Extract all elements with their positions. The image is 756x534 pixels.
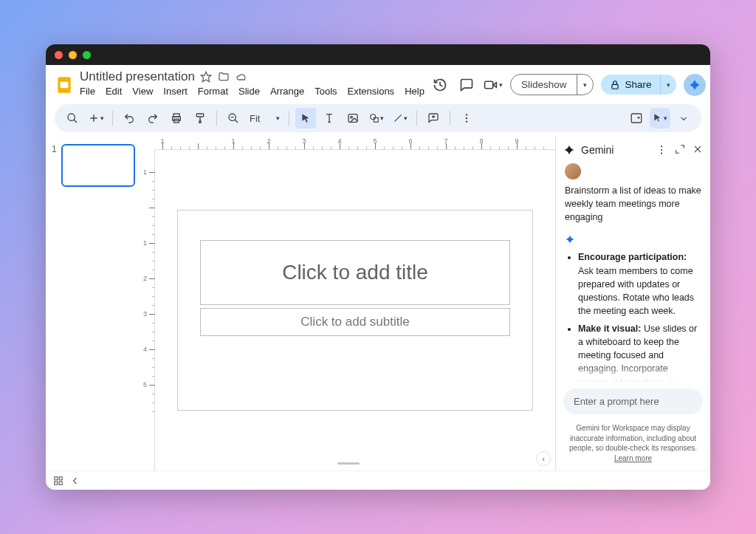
slide-number: 1 xyxy=(52,144,57,187)
hide-menus-button[interactable] xyxy=(673,108,694,129)
minimize-window-button[interactable] xyxy=(69,51,77,59)
select-tool[interactable] xyxy=(295,108,316,129)
title-placeholder[interactable]: Click to add title xyxy=(200,240,510,305)
svg-point-29 xyxy=(661,153,662,154)
user-prompt-text: Brainstorm a list of ideas to make weekl… xyxy=(565,184,701,224)
close-window-button[interactable] xyxy=(55,51,63,59)
menu-format[interactable]: Format xyxy=(198,86,228,97)
menu-tools[interactable]: Tools xyxy=(315,86,337,97)
menu-slide[interactable]: Slide xyxy=(238,86,260,97)
star-icon[interactable] xyxy=(199,70,213,83)
horizontal-ruler: 1123456789 xyxy=(155,137,555,150)
menu-insert[interactable]: Insert xyxy=(163,86,188,97)
maximize-window-button[interactable] xyxy=(83,51,91,59)
menu-file[interactable]: File xyxy=(80,86,95,97)
gemini-more-icon[interactable] xyxy=(656,144,667,156)
line-tool[interactable]: ▾ xyxy=(390,108,410,129)
explore-button[interactable]: ‹ xyxy=(536,451,551,466)
learn-more-link[interactable]: Learn more xyxy=(614,454,652,462)
slide-canvas[interactable]: Click to add title Click to add subtitle xyxy=(178,210,532,410)
slideshow-button-group: Slideshow ▾ xyxy=(510,74,594,95)
user-avatar-icon xyxy=(565,163,581,179)
sparkle-icon xyxy=(565,234,575,244)
new-slide-button[interactable]: ▾ xyxy=(86,108,106,129)
share-button-group: Share ▾ xyxy=(601,75,676,95)
slideshow-button[interactable]: Slideshow xyxy=(511,75,577,95)
svg-line-7 xyxy=(74,120,77,123)
slides-logo xyxy=(55,73,74,97)
menu-edit[interactable]: Edit xyxy=(106,86,122,97)
svg-point-23 xyxy=(466,114,467,115)
comments-icon[interactable] xyxy=(457,75,476,95)
svg-rect-26 xyxy=(631,114,642,123)
svg-point-25 xyxy=(466,120,467,122)
gemini-disclaimer: Gemini for Workspace may display inaccur… xyxy=(556,420,710,470)
zoom-select[interactable]: Fit▾ xyxy=(247,113,283,124)
share-dropdown[interactable]: ▾ xyxy=(660,75,676,95)
svg-point-27 xyxy=(661,146,662,147)
shape-tool[interactable]: ▾ xyxy=(366,108,387,129)
gemini-header-icon[interactable] xyxy=(684,74,706,96)
share-button[interactable]: Share xyxy=(601,75,660,95)
disclaimer-text: Gemini for Workspace may display inaccur… xyxy=(569,424,697,452)
gemini-panel: Gemini Brainstorm a list of ideas to mak… xyxy=(555,137,710,470)
svg-marker-2 xyxy=(201,72,210,81)
move-to-folder-icon[interactable] xyxy=(217,70,230,83)
zoom-out-button[interactable] xyxy=(223,108,244,129)
canvas-area: 1123456789 112345 Click to add title Cli… xyxy=(142,137,555,470)
svg-point-6 xyxy=(68,114,75,120)
gemini-expand-icon[interactable] xyxy=(675,144,685,156)
history-icon[interactable] xyxy=(430,75,450,95)
sparkle-icon xyxy=(688,78,701,92)
paint-format-button[interactable] xyxy=(190,108,210,129)
menu-arrange[interactable]: Arrange xyxy=(270,86,304,97)
slide-thumbnail-1[interactable] xyxy=(61,144,135,187)
svg-line-14 xyxy=(235,120,238,123)
theme-button[interactable]: ▾ xyxy=(650,108,670,129)
insert-comment-button[interactable] xyxy=(423,108,444,129)
gemini-header: Gemini xyxy=(556,137,710,163)
slideshow-dropdown[interactable]: ▾ xyxy=(577,75,593,95)
insert-image-tool[interactable] xyxy=(343,108,363,129)
svg-rect-3 xyxy=(484,81,492,89)
svg-rect-1 xyxy=(61,81,69,88)
svg-point-24 xyxy=(466,117,467,119)
search-menus-button[interactable] xyxy=(62,108,83,129)
undo-button[interactable] xyxy=(119,108,140,129)
svg-point-17 xyxy=(351,116,353,118)
redo-button[interactable] xyxy=(142,108,163,129)
gemini-conversation: Brainstorm a list of ideas to make weekl… xyxy=(556,163,710,383)
window-titlebar xyxy=(46,44,710,65)
slide-panel: 1 xyxy=(46,137,142,470)
svg-rect-19 xyxy=(374,117,379,122)
subtitle-placeholder[interactable]: Click to add subtitle xyxy=(200,308,510,336)
speaker-notes-handle[interactable] xyxy=(337,462,360,465)
svg-rect-33 xyxy=(59,476,62,479)
meet-icon[interactable]: ▾ xyxy=(484,75,503,95)
zoom-label: Fit xyxy=(250,113,260,124)
lock-icon xyxy=(610,80,620,90)
gemini-close-icon[interactable] xyxy=(693,144,703,156)
main-area: 1 1123456789 112345 Click to add title C… xyxy=(46,137,710,470)
gemini-prompt-input[interactable]: Enter a prompt here xyxy=(563,388,703,414)
menu-view[interactable]: View xyxy=(132,86,153,97)
app-header: Untitled presentation File Edit View Ins… xyxy=(46,65,710,100)
menu-extensions[interactable]: Extensions xyxy=(348,86,395,97)
prev-slide-icon[interactable] xyxy=(71,476,80,485)
menu-help[interactable]: Help xyxy=(405,86,425,97)
cloud-status-icon[interactable] xyxy=(235,70,248,83)
more-tools-button[interactable] xyxy=(456,108,477,129)
slide-stage[interactable]: Click to add title Click to add subtitle xyxy=(155,150,555,470)
text-box-tool[interactable] xyxy=(319,108,340,129)
status-bar xyxy=(46,470,710,490)
grid-view-icon[interactable] xyxy=(53,476,63,486)
gemini-bullet: Encourage participation: Ask team member… xyxy=(578,250,701,318)
document-title[interactable]: Untitled presentation xyxy=(80,69,195,84)
slide-thumbnail-row: 1 xyxy=(52,144,136,187)
svg-rect-35 xyxy=(59,482,62,485)
svg-point-18 xyxy=(371,114,376,120)
create-image-gemini-button[interactable] xyxy=(626,108,647,129)
svg-point-28 xyxy=(661,149,662,151)
svg-rect-34 xyxy=(55,482,58,485)
print-button[interactable] xyxy=(166,108,187,129)
